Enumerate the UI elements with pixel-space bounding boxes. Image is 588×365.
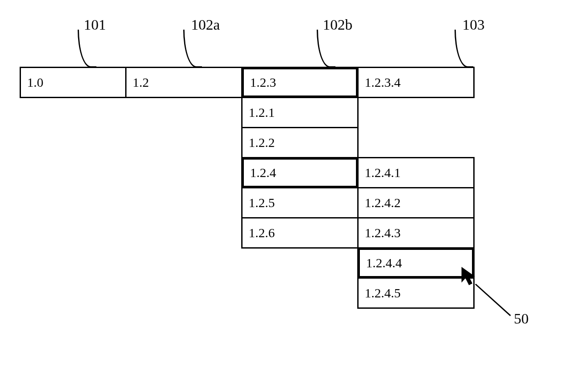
cell-text: 1.2.5 bbox=[249, 195, 275, 210]
cell-col-d-row-7[interactable]: 1.2.4.5 bbox=[357, 277, 475, 309]
cell-col-c-row-3[interactable]: 1.2.4 bbox=[241, 157, 359, 188]
cell-text: 1.2 bbox=[133, 75, 149, 90]
cell-text: 1.2.2 bbox=[249, 135, 275, 150]
cell-col-d-row-5[interactable]: 1.2.4.3 bbox=[357, 217, 475, 249]
cell-col-d-row-3[interactable]: 1.2.4.1 bbox=[357, 157, 475, 188]
cell-text: 1.2.4.1 bbox=[365, 165, 401, 180]
diagram-canvas: { "columnLabels": { "c101": "101", "c102… bbox=[0, 0, 588, 365]
lead-line-103 bbox=[455, 30, 473, 68]
cell-col-c-row-5[interactable]: 1.2.6 bbox=[241, 217, 359, 249]
callout-line-50 bbox=[475, 283, 511, 316]
svg-marker-0 bbox=[462, 267, 475, 285]
cell-col-c-row-4[interactable]: 1.2.5 bbox=[241, 187, 359, 218]
cell-text: 1.2.4.2 bbox=[365, 195, 401, 210]
cell-col-c-row-0[interactable]: 1.2.3 bbox=[241, 67, 359, 98]
cell-col-d-row-4[interactable]: 1.2.4.2 bbox=[357, 187, 475, 218]
callout-label-50: 50 bbox=[514, 310, 529, 327]
cell-text: 1.2.3 bbox=[250, 75, 276, 90]
cell-text: 1.0 bbox=[27, 75, 44, 90]
lead-line-102a bbox=[183, 30, 202, 68]
cell-col-c-row-1[interactable]: 1.2.1 bbox=[241, 97, 359, 128]
lead-line-101 bbox=[78, 30, 96, 68]
lead-line-102b bbox=[317, 30, 335, 68]
cell-text: 1.2.4 bbox=[250, 165, 276, 180]
cell-text: 1.2.4.4 bbox=[366, 256, 402, 270]
cell-col-c-row-2[interactable]: 1.2.2 bbox=[241, 127, 359, 158]
cell-col-b-row-0[interactable]: 1.2 bbox=[125, 67, 243, 98]
cell-col-d-row-0[interactable]: 1.2.3.4 bbox=[357, 67, 475, 98]
cell-text: 1.2.4.3 bbox=[365, 225, 401, 240]
cell-text: 1.2.4.5 bbox=[365, 286, 401, 300]
cell-col-a-row-0[interactable]: 1.0 bbox=[20, 67, 126, 98]
cell-col-d-row-6[interactable]: 1.2.4.4 bbox=[357, 247, 475, 279]
cell-text: 1.2.6 bbox=[249, 225, 275, 240]
cell-text: 1.2.3.4 bbox=[365, 75, 401, 90]
cell-text: 1.2.1 bbox=[249, 105, 275, 120]
